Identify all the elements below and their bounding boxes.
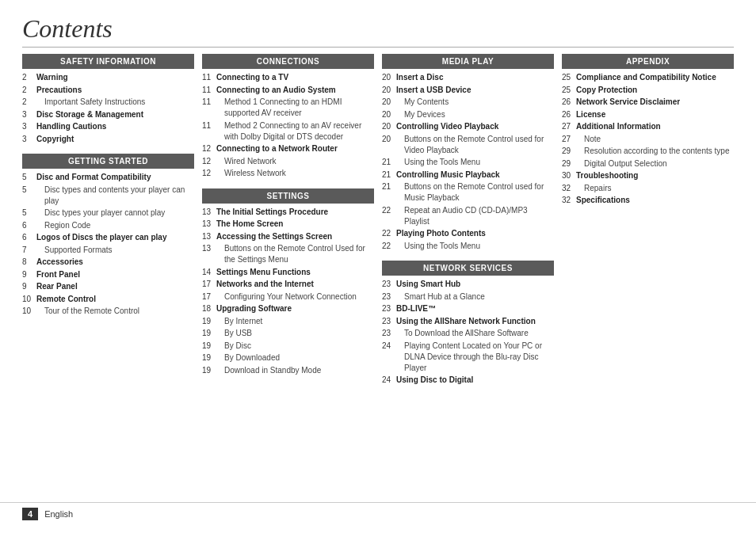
toc-item-text: Controlling Music Playback — [396, 169, 554, 181]
connections-items: 11Connecting to a TV11Connecting to an A… — [202, 72, 374, 179]
toc-item-number: 30 — [562, 170, 576, 181]
toc-item: 20Insert a USB Device — [382, 85, 554, 96]
toc-item-number: 27 — [562, 121, 576, 132]
toc-item: 21Buttons on the Remote Control used for… — [382, 181, 554, 204]
toc-item-number: 18 — [202, 303, 216, 314]
toc-item-text: Note — [576, 134, 734, 145]
toc-item-text: Wireless Network — [216, 168, 374, 179]
toc-item: 2Important Safety Instructions — [22, 97, 194, 108]
toc-item: 23Using the AllShare Network Function — [382, 316, 554, 327]
toc-item-number: 11 — [202, 97, 216, 108]
toc-item: 23Smart Hub at a Glance — [382, 291, 554, 303]
toc-item: 18Upgrading Software — [202, 303, 374, 314]
toc-item-text: By USB — [216, 328, 374, 339]
toc-item: 9Rear Panel — [22, 281, 194, 292]
toc-item-text: Buttons on the Remote Control used for M… — [396, 181, 554, 204]
toc-item-text: By Internet — [216, 316, 374, 327]
toc-item: 3Copyright — [22, 134, 194, 145]
toc-columns: SAFETY INFORMATION 2Warning2Precautions2… — [22, 54, 734, 387]
getting-started-header: GETTING STARTED — [22, 154, 194, 169]
toc-item-number: 20 — [382, 85, 396, 96]
toc-item-number: 2 — [22, 97, 36, 108]
toc-item-number: 7 — [22, 245, 36, 256]
toc-item: 11Connecting to an Audio System — [202, 85, 374, 96]
toc-item-text: Method 1 Connecting to an HDMI supported… — [216, 97, 374, 119]
toc-item-text: My Devices — [396, 109, 554, 120]
toc-item-number: 26 — [562, 97, 576, 108]
toc-item: 22Repeat an Audio CD (CD-DA)/MP3 Playlis… — [382, 205, 554, 227]
toc-item: 10Tour of the Remote Control — [22, 306, 194, 317]
toc-item-text: Region Code — [36, 220, 194, 231]
toc-item-number: 13 — [202, 219, 216, 230]
media-play-header: MEDIA PLAY — [382, 54, 554, 69]
toc-item-text: Playing Content Located on Your PC or DL… — [396, 341, 554, 374]
toc-item-number: 19 — [202, 341, 216, 352]
toc-item-number: 22 — [382, 228, 396, 239]
toc-item-number: 19 — [202, 352, 216, 364]
toc-item: 20Buttons on the Remote Control used for… — [382, 134, 554, 156]
toc-item-text: Smart Hub at a Glance — [396, 291, 554, 303]
toc-item-text: Download in Standby Mode — [216, 365, 374, 376]
toc-item-number: 10 — [22, 294, 36, 305]
toc-item-number: 10 — [22, 306, 36, 317]
toc-item-number: 20 — [382, 109, 396, 120]
toc-item: 5Disc types and contents your player can… — [22, 185, 194, 207]
toc-item-text: Buttons on the Remote Control Used for t… — [216, 243, 374, 265]
toc-item-text: Buttons on the Remote Control used for V… — [396, 134, 554, 156]
toc-item-number: 11 — [202, 120, 216, 131]
appendix-items: 25Compliance and Compatibility Notice25C… — [562, 72, 734, 206]
appendix-header: APPENDIX — [562, 54, 734, 69]
toc-item-number: 2 — [22, 72, 36, 83]
toc-item-text: License — [576, 109, 734, 120]
toc-item-number: 29 — [562, 146, 576, 157]
footer-language: English — [44, 509, 73, 519]
toc-item-number: 29 — [562, 158, 576, 169]
toc-item-number: 11 — [202, 85, 216, 96]
toc-item-number: 12 — [202, 143, 216, 154]
toc-item-number: 23 — [382, 291, 396, 303]
toc-item: 17Configuring Your Network Connection — [202, 291, 374, 303]
toc-item-number: 26 — [562, 109, 576, 120]
toc-item: 19By USB — [202, 328, 374, 339]
toc-item-number: 21 — [382, 169, 396, 181]
toc-item-text: By Downloaded — [216, 352, 374, 364]
toc-item-text: Front Panel — [36, 269, 194, 280]
toc-item: 22Playing Photo Contents — [382, 228, 554, 239]
page-title: Contents — [22, 14, 734, 48]
toc-item-text: Troubleshooting — [576, 170, 734, 181]
toc-item-text: Configuring Your Network Connection — [216, 291, 374, 303]
toc-item-text: Resolution according to the contents typ… — [576, 146, 734, 157]
toc-item-number: 13 — [202, 231, 216, 242]
toc-item: 14Settings Menu Functions — [202, 267, 374, 278]
col-3: MEDIA PLAY 20Insert a Disc20Insert a USB… — [382, 54, 554, 387]
toc-item-number: 25 — [562, 72, 576, 83]
toc-item: 20Controlling Video Playback — [382, 121, 554, 132]
toc-item-text: Remote Control — [36, 294, 194, 305]
toc-item-text: Network Service Disclaimer — [576, 97, 734, 108]
toc-item-text: Wired Network — [216, 156, 374, 167]
toc-item-text: Controlling Video Playback — [396, 121, 554, 132]
toc-item-text: Insert a Disc — [396, 72, 554, 83]
toc-item-text: Copyright — [36, 134, 194, 145]
toc-item-number: 23 — [382, 328, 396, 339]
toc-item-text: Playing Photo Contents — [396, 228, 554, 239]
toc-item: 8Accessories — [22, 257, 194, 268]
toc-item: 21Using the Tools Menu — [382, 157, 554, 168]
toc-item: 5Disc types your player cannot play — [22, 207, 194, 219]
toc-item-text: Accessories — [36, 257, 194, 268]
toc-item: 32Repairs — [562, 183, 734, 194]
toc-item: 23Using Smart Hub — [382, 279, 554, 290]
toc-item: 19By Internet — [202, 316, 374, 327]
toc-item-number: 6 — [22, 220, 36, 231]
toc-item-text: Using Disc to Digital — [396, 375, 554, 386]
toc-item-text: Disc and Format Compatibility — [36, 172, 194, 183]
toc-item-text: Warning — [36, 72, 194, 83]
toc-item: 20My Contents — [382, 97, 554, 108]
toc-item-number: 3 — [22, 109, 36, 120]
toc-item-text: Connecting to a TV — [216, 72, 374, 83]
network-services-header: NETWORK SERVICES — [382, 261, 554, 276]
toc-item: 11Method 2 Connecting to an AV receiver … — [202, 120, 374, 143]
toc-item-text: Logos of Discs the player can play — [36, 232, 194, 243]
toc-item-text: Using the Tools Menu — [396, 157, 554, 168]
toc-item-number: 21 — [382, 157, 396, 168]
